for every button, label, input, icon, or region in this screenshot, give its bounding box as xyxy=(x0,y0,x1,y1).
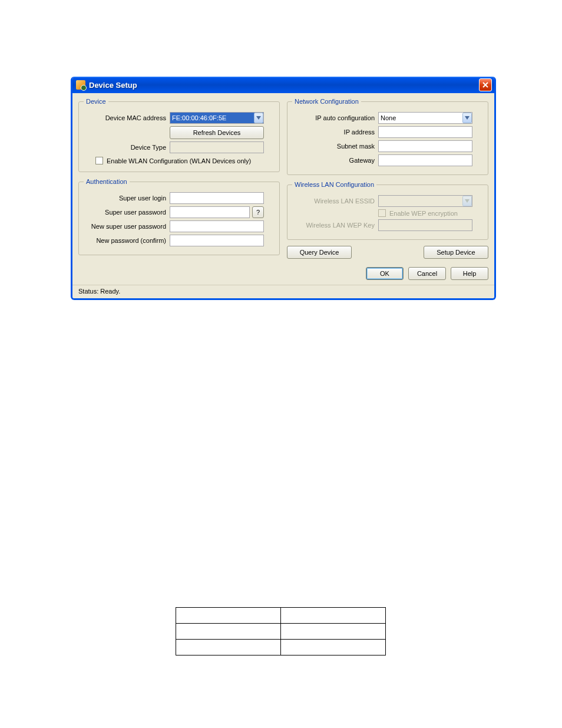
subnet-mask-input[interactable] xyxy=(378,140,472,152)
chevron-down-icon xyxy=(256,116,261,120)
enable-wlan-checkbox[interactable] xyxy=(95,157,103,164)
enable-wep-checkbox xyxy=(378,209,386,217)
ip-auto-value[interactable] xyxy=(378,112,472,124)
close-icon xyxy=(482,82,488,88)
mac-dropdown-button[interactable] xyxy=(254,113,263,123)
cancel-button[interactable]: Cancel xyxy=(408,267,446,280)
chevron-down-icon xyxy=(465,199,470,203)
mac-address-combo[interactable] xyxy=(170,112,264,124)
table-row xyxy=(176,640,386,655)
confirm-password-input[interactable] xyxy=(170,235,264,246)
wlan-config-legend: Wireless LAN Configuration xyxy=(292,181,376,188)
su-login-input[interactable] xyxy=(170,192,264,204)
new-password-input[interactable] xyxy=(170,220,264,232)
mac-address-label: Device MAC address xyxy=(84,114,170,121)
titlebar[interactable]: Device Setup xyxy=(72,77,494,93)
essid-select xyxy=(378,195,472,207)
wep-key-input xyxy=(378,219,472,231)
device-setup-window: Device Setup Device Device MAC address xyxy=(71,77,496,300)
device-group: Device Device MAC address xyxy=(78,98,280,172)
device-type-label: Device Type xyxy=(84,144,170,151)
password-help-button[interactable]: ? xyxy=(252,206,264,218)
query-device-button[interactable]: Query Device xyxy=(287,246,352,259)
subnet-mask-label: Subnet mask xyxy=(292,143,378,150)
table-row xyxy=(176,624,386,640)
setup-device-button[interactable]: Setup Device xyxy=(424,246,488,259)
confirm-password-label: New password (confirm) xyxy=(84,237,170,244)
essid-value xyxy=(378,195,472,207)
close-button[interactable] xyxy=(479,78,492,91)
enable-wlan-label: Enable WLAN Configuration (WLAN Devices … xyxy=(107,157,251,164)
network-config-group: Network Configuration IP auto configurat… xyxy=(287,98,488,175)
footer-buttons: OK Cancel Help xyxy=(72,263,494,285)
wlan-config-group: Wireless LAN Configuration Wireless LAN … xyxy=(287,181,488,240)
status-text: Status: Ready. xyxy=(78,288,120,295)
app-icon xyxy=(76,80,85,90)
authentication-group: Authentication Super user login Super us… xyxy=(78,178,280,255)
ip-auto-select[interactable] xyxy=(378,112,472,124)
window-title: Device Setup xyxy=(89,81,479,90)
network-config-legend: Network Configuration xyxy=(292,98,361,105)
device-legend: Device xyxy=(84,98,108,105)
mac-address-input[interactable] xyxy=(170,112,264,124)
empty-table xyxy=(176,607,386,655)
ip-address-label: IP address xyxy=(292,129,378,136)
refresh-devices-button[interactable]: Refresh Devices xyxy=(170,126,264,139)
device-type-field xyxy=(170,141,264,153)
authentication-legend: Authentication xyxy=(84,178,130,185)
new-password-label: New super user password xyxy=(84,223,170,230)
chevron-down-icon xyxy=(465,116,470,120)
su-login-label: Super user login xyxy=(84,195,170,202)
gateway-label: Gateway xyxy=(292,157,378,164)
su-password-input[interactable] xyxy=(170,206,250,218)
essid-label: Wireless LAN ESSID xyxy=(292,197,378,205)
essid-dropdown-button xyxy=(462,196,472,206)
dialog-body: Device Device MAC address xyxy=(72,93,494,263)
ip-auto-label: IP auto configuration xyxy=(292,114,378,121)
wep-key-label: Wireless LAN WEP Key xyxy=(292,222,378,229)
ip-auto-dropdown-button[interactable] xyxy=(462,113,472,123)
enable-wep-label: Enable WEP encryption xyxy=(389,210,458,217)
help-button[interactable]: Help xyxy=(451,267,488,280)
ip-address-input[interactable] xyxy=(378,126,472,138)
table-row xyxy=(176,608,386,624)
gateway-input[interactable] xyxy=(378,154,472,166)
status-bar: Status: Ready. xyxy=(72,285,494,298)
su-password-label: Super user password xyxy=(84,209,170,216)
ok-button[interactable]: OK xyxy=(366,267,404,280)
action-row: Query Device Setup Device xyxy=(287,246,488,259)
